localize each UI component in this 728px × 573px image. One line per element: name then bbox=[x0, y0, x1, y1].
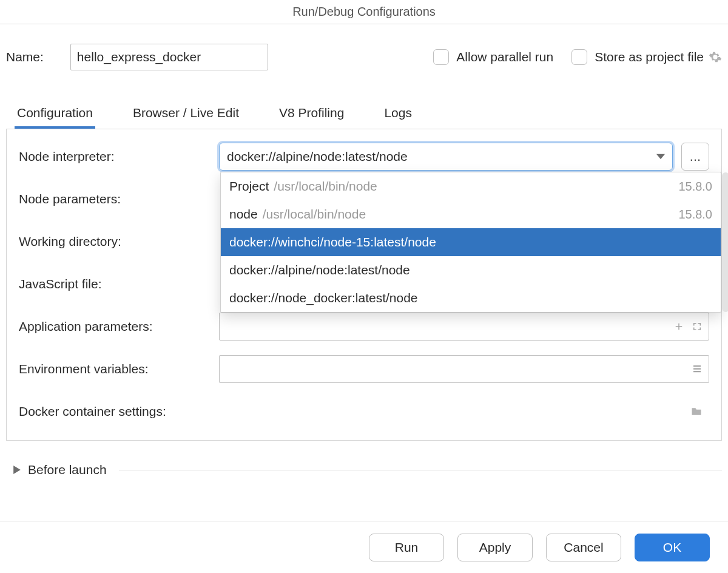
tab-v8-profiling[interactable]: V8 Profiling bbox=[277, 106, 346, 129]
before-launch-label: Before launch bbox=[28, 463, 107, 477]
allow-parallel-run-label: Allow parallel run bbox=[456, 50, 553, 64]
node-parameters-label: Node parameters: bbox=[19, 192, 219, 206]
working-directory-label: Working directory: bbox=[19, 234, 219, 249]
folder-icon[interactable] bbox=[690, 405, 703, 418]
apply-button[interactable]: Apply bbox=[457, 534, 533, 561]
node-interpreter-combo[interactable]: docker://alpine/node:latest/node bbox=[219, 143, 673, 171]
tab-logs[interactable]: Logs bbox=[382, 106, 414, 129]
node-interpreter-dropdown: Project /usr/local/bin/node 15.8.0 node … bbox=[220, 172, 721, 313]
allow-parallel-run-option[interactable]: Allow parallel run bbox=[433, 49, 553, 65]
list-icon[interactable] bbox=[692, 364, 703, 375]
interpreter-option-path: /usr/local/bin/node bbox=[274, 179, 377, 194]
node-interpreter-browse-button[interactable]: ... bbox=[681, 143, 709, 171]
name-input[interactable] bbox=[70, 44, 268, 70]
dropdown-scrollbar[interactable] bbox=[722, 172, 728, 312]
interpreter-option[interactable]: docker://node_docker:latest/node bbox=[221, 284, 721, 312]
interpreter-option[interactable]: docker://alpine/node:latest/node bbox=[221, 256, 721, 284]
before-launch-section[interactable]: Before launch bbox=[0, 441, 728, 477]
interpreter-option-label: docker://node_docker:latest/node bbox=[229, 291, 418, 305]
environment-variables-input[interactable] bbox=[219, 355, 709, 383]
dialog-title: Run/Debug Configurations bbox=[0, 0, 728, 24]
allow-parallel-run-checkbox[interactable] bbox=[433, 49, 449, 65]
docker-container-settings-field[interactable] bbox=[231, 398, 709, 426]
ok-button[interactable]: OK bbox=[635, 534, 710, 561]
tab-configuration[interactable]: Configuration bbox=[15, 106, 95, 129]
store-as-project-file-option[interactable]: Store as project file bbox=[571, 49, 704, 65]
docker-container-settings-label: Docker container settings: bbox=[19, 404, 231, 419]
interpreter-option-version: 15.8.0 bbox=[678, 180, 712, 194]
store-as-project-file-label: Store as project file bbox=[595, 50, 704, 64]
interpreter-option[interactable]: docker://winchci/node-15:latest/node bbox=[221, 228, 721, 256]
tab-browser-live-edit[interactable]: Browser / Live Edit bbox=[130, 106, 241, 129]
application-parameters-input[interactable] bbox=[219, 313, 709, 341]
javascript-file-label: JavaScript file: bbox=[19, 277, 219, 291]
gear-icon[interactable] bbox=[709, 50, 722, 64]
expand-icon[interactable] bbox=[692, 321, 703, 332]
environment-variables-label: Environment variables: bbox=[19, 362, 219, 376]
separator-line bbox=[119, 470, 722, 470]
plus-icon[interactable] bbox=[673, 321, 684, 332]
interpreter-option-label: docker://winchci/node-15:latest/node bbox=[229, 235, 436, 249]
name-row: Name: Allow parallel run Store as projec… bbox=[0, 24, 728, 70]
name-label: Name: bbox=[6, 50, 44, 64]
interpreter-option[interactable]: node /usr/local/bin/node 15.8.0 bbox=[221, 200, 721, 228]
store-as-project-file-checkbox[interactable] bbox=[571, 49, 587, 65]
interpreter-option-path: /usr/local/bin/node bbox=[263, 207, 366, 222]
tabs: Configuration Browser / Live Edit V8 Pro… bbox=[0, 70, 728, 129]
node-interpreter-value: docker://alpine/node:latest/node bbox=[227, 149, 408, 164]
node-interpreter-label: Node interpreter: bbox=[19, 149, 219, 164]
application-parameters-label: Application parameters: bbox=[19, 319, 219, 334]
interpreter-option[interactable]: Project /usr/local/bin/node 15.8.0 bbox=[221, 172, 721, 200]
interpreter-option-label: node bbox=[229, 207, 258, 222]
interpreter-option-label: Project bbox=[229, 179, 269, 194]
run-button[interactable]: Run bbox=[369, 534, 444, 561]
chevron-down-icon bbox=[656, 152, 665, 161]
dialog-button-bar: Run Apply Cancel OK bbox=[0, 521, 728, 573]
interpreter-option-label: docker://alpine/node:latest/node bbox=[229, 263, 410, 277]
interpreter-option-version: 15.8.0 bbox=[678, 208, 712, 222]
configuration-panel: Node interpreter: docker://alpine/node:l… bbox=[6, 129, 722, 441]
cancel-button[interactable]: Cancel bbox=[546, 534, 621, 561]
triangle-right-icon bbox=[13, 466, 21, 474]
